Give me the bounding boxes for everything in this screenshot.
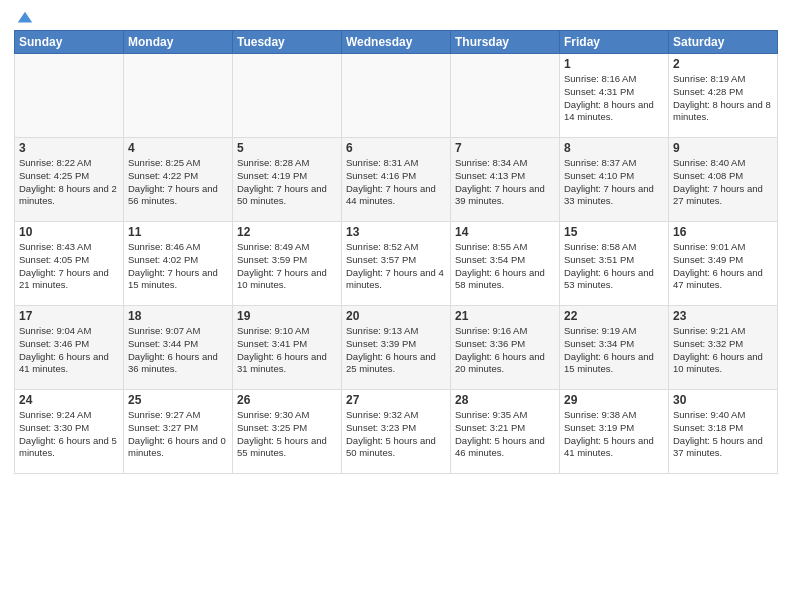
col-header-saturday: Saturday [669, 31, 778, 54]
calendar-cell: 13Sunrise: 8:52 AM Sunset: 3:57 PM Dayli… [342, 222, 451, 306]
day-number: 21 [455, 309, 555, 323]
day-number: 2 [673, 57, 773, 71]
calendar-week-3: 10Sunrise: 8:43 AM Sunset: 4:05 PM Dayli… [15, 222, 778, 306]
day-number: 3 [19, 141, 119, 155]
day-number: 26 [237, 393, 337, 407]
header [14, 10, 778, 24]
calendar-cell: 14Sunrise: 8:55 AM Sunset: 3:54 PM Dayli… [451, 222, 560, 306]
calendar-cell: 8Sunrise: 8:37 AM Sunset: 4:10 PM Daylig… [560, 138, 669, 222]
calendar-cell: 30Sunrise: 9:40 AM Sunset: 3:18 PM Dayli… [669, 390, 778, 474]
day-number: 20 [346, 309, 446, 323]
calendar: SundayMondayTuesdayWednesdayThursdayFrid… [14, 30, 778, 474]
day-number: 5 [237, 141, 337, 155]
day-number: 17 [19, 309, 119, 323]
day-number: 8 [564, 141, 664, 155]
day-info: Sunrise: 8:40 AM Sunset: 4:08 PM Dayligh… [673, 157, 773, 208]
day-info: Sunrise: 9:13 AM Sunset: 3:39 PM Dayligh… [346, 325, 446, 376]
calendar-cell: 15Sunrise: 8:58 AM Sunset: 3:51 PM Dayli… [560, 222, 669, 306]
calendar-cell: 23Sunrise: 9:21 AM Sunset: 3:32 PM Dayli… [669, 306, 778, 390]
day-info: Sunrise: 8:28 AM Sunset: 4:19 PM Dayligh… [237, 157, 337, 208]
calendar-cell: 18Sunrise: 9:07 AM Sunset: 3:44 PM Dayli… [124, 306, 233, 390]
calendar-cell: 28Sunrise: 9:35 AM Sunset: 3:21 PM Dayli… [451, 390, 560, 474]
day-number: 12 [237, 225, 337, 239]
calendar-cell [233, 54, 342, 138]
calendar-cell: 1Sunrise: 8:16 AM Sunset: 4:31 PM Daylig… [560, 54, 669, 138]
day-info: Sunrise: 9:21 AM Sunset: 3:32 PM Dayligh… [673, 325, 773, 376]
day-number: 22 [564, 309, 664, 323]
calendar-cell [451, 54, 560, 138]
day-number: 25 [128, 393, 228, 407]
col-header-thursday: Thursday [451, 31, 560, 54]
day-number: 15 [564, 225, 664, 239]
col-header-monday: Monday [124, 31, 233, 54]
calendar-cell: 10Sunrise: 8:43 AM Sunset: 4:05 PM Dayli… [15, 222, 124, 306]
day-info: Sunrise: 9:01 AM Sunset: 3:49 PM Dayligh… [673, 241, 773, 292]
day-info: Sunrise: 9:30 AM Sunset: 3:25 PM Dayligh… [237, 409, 337, 460]
calendar-cell: 16Sunrise: 9:01 AM Sunset: 3:49 PM Dayli… [669, 222, 778, 306]
calendar-cell: 24Sunrise: 9:24 AM Sunset: 3:30 PM Dayli… [15, 390, 124, 474]
calendar-cell [124, 54, 233, 138]
day-info: Sunrise: 9:35 AM Sunset: 3:21 PM Dayligh… [455, 409, 555, 460]
calendar-cell: 11Sunrise: 8:46 AM Sunset: 4:02 PM Dayli… [124, 222, 233, 306]
calendar-cell: 3Sunrise: 8:22 AM Sunset: 4:25 PM Daylig… [15, 138, 124, 222]
day-info: Sunrise: 9:24 AM Sunset: 3:30 PM Dayligh… [19, 409, 119, 460]
calendar-week-1: 1Sunrise: 8:16 AM Sunset: 4:31 PM Daylig… [15, 54, 778, 138]
day-number: 19 [237, 309, 337, 323]
day-info: Sunrise: 8:22 AM Sunset: 4:25 PM Dayligh… [19, 157, 119, 208]
calendar-cell [342, 54, 451, 138]
day-info: Sunrise: 9:07 AM Sunset: 3:44 PM Dayligh… [128, 325, 228, 376]
day-info: Sunrise: 9:19 AM Sunset: 3:34 PM Dayligh… [564, 325, 664, 376]
calendar-cell: 9Sunrise: 8:40 AM Sunset: 4:08 PM Daylig… [669, 138, 778, 222]
day-number: 9 [673, 141, 773, 155]
calendar-cell: 21Sunrise: 9:16 AM Sunset: 3:36 PM Dayli… [451, 306, 560, 390]
day-info: Sunrise: 8:31 AM Sunset: 4:16 PM Dayligh… [346, 157, 446, 208]
day-info: Sunrise: 9:27 AM Sunset: 3:27 PM Dayligh… [128, 409, 228, 460]
day-number: 23 [673, 309, 773, 323]
day-number: 29 [564, 393, 664, 407]
day-number: 10 [19, 225, 119, 239]
day-info: Sunrise: 8:34 AM Sunset: 4:13 PM Dayligh… [455, 157, 555, 208]
calendar-cell: 25Sunrise: 9:27 AM Sunset: 3:27 PM Dayli… [124, 390, 233, 474]
col-header-tuesday: Tuesday [233, 31, 342, 54]
col-header-wednesday: Wednesday [342, 31, 451, 54]
calendar-cell: 2Sunrise: 8:19 AM Sunset: 4:28 PM Daylig… [669, 54, 778, 138]
col-header-sunday: Sunday [15, 31, 124, 54]
day-number: 27 [346, 393, 446, 407]
calendar-cell: 5Sunrise: 8:28 AM Sunset: 4:19 PM Daylig… [233, 138, 342, 222]
day-number: 7 [455, 141, 555, 155]
day-number: 14 [455, 225, 555, 239]
day-info: Sunrise: 8:37 AM Sunset: 4:10 PM Dayligh… [564, 157, 664, 208]
day-number: 30 [673, 393, 773, 407]
day-info: Sunrise: 8:49 AM Sunset: 3:59 PM Dayligh… [237, 241, 337, 292]
day-info: Sunrise: 8:25 AM Sunset: 4:22 PM Dayligh… [128, 157, 228, 208]
day-number: 4 [128, 141, 228, 155]
calendar-cell [15, 54, 124, 138]
calendar-cell: 20Sunrise: 9:13 AM Sunset: 3:39 PM Dayli… [342, 306, 451, 390]
day-number: 24 [19, 393, 119, 407]
page: SundayMondayTuesdayWednesdayThursdayFrid… [0, 0, 792, 484]
day-number: 18 [128, 309, 228, 323]
svg-marker-0 [18, 12, 32, 23]
day-info: Sunrise: 8:46 AM Sunset: 4:02 PM Dayligh… [128, 241, 228, 292]
day-info: Sunrise: 8:58 AM Sunset: 3:51 PM Dayligh… [564, 241, 664, 292]
col-header-friday: Friday [560, 31, 669, 54]
day-info: Sunrise: 8:43 AM Sunset: 4:05 PM Dayligh… [19, 241, 119, 292]
calendar-cell: 19Sunrise: 9:10 AM Sunset: 3:41 PM Dayli… [233, 306, 342, 390]
day-info: Sunrise: 8:16 AM Sunset: 4:31 PM Dayligh… [564, 73, 664, 124]
calendar-cell: 4Sunrise: 8:25 AM Sunset: 4:22 PM Daylig… [124, 138, 233, 222]
day-info: Sunrise: 9:38 AM Sunset: 3:19 PM Dayligh… [564, 409, 664, 460]
day-info: Sunrise: 9:32 AM Sunset: 3:23 PM Dayligh… [346, 409, 446, 460]
day-number: 13 [346, 225, 446, 239]
logo-icon [16, 10, 34, 28]
day-info: Sunrise: 8:55 AM Sunset: 3:54 PM Dayligh… [455, 241, 555, 292]
calendar-cell: 22Sunrise: 9:19 AM Sunset: 3:34 PM Dayli… [560, 306, 669, 390]
day-info: Sunrise: 8:52 AM Sunset: 3:57 PM Dayligh… [346, 241, 446, 292]
calendar-cell: 12Sunrise: 8:49 AM Sunset: 3:59 PM Dayli… [233, 222, 342, 306]
day-number: 16 [673, 225, 773, 239]
day-info: Sunrise: 9:10 AM Sunset: 3:41 PM Dayligh… [237, 325, 337, 376]
day-number: 11 [128, 225, 228, 239]
calendar-cell: 29Sunrise: 9:38 AM Sunset: 3:19 PM Dayli… [560, 390, 669, 474]
calendar-cell: 6Sunrise: 8:31 AM Sunset: 4:16 PM Daylig… [342, 138, 451, 222]
day-number: 6 [346, 141, 446, 155]
calendar-cell: 7Sunrise: 8:34 AM Sunset: 4:13 PM Daylig… [451, 138, 560, 222]
